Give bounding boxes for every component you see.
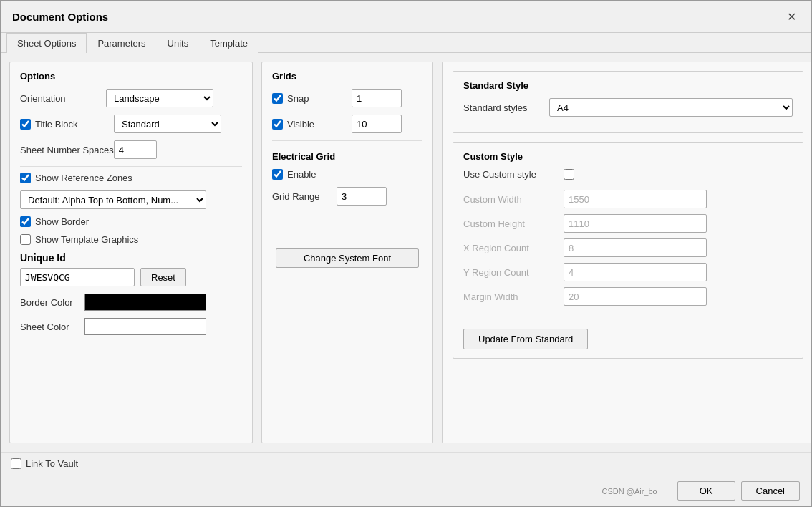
use-custom-label: Use Custom style [463, 169, 564, 180]
update-from-standard-button[interactable]: Update From Standard [463, 329, 588, 349]
sheet-number-input[interactable] [114, 140, 157, 159]
update-btn-container: Update From Standard [463, 317, 793, 349]
y-region-label: Y Region Count [463, 267, 564, 278]
show-ref-zones-label: Show Reference Zones [35, 173, 132, 183]
left-panel: Options Orientation Landscape Portrait T… [9, 62, 253, 443]
grids-section-label: Grids [272, 71, 422, 82]
dialog-title: Document Options [12, 11, 108, 23]
main-content: Options Orientation Landscape Portrait T… [1, 53, 811, 452]
tab-bar: Sheet Options Parameters Units Template [1, 33, 811, 53]
custom-style-label: Custom Style [463, 151, 793, 162]
reset-button[interactable]: Reset [140, 268, 186, 286]
snap-checkbox[interactable] [272, 93, 283, 104]
x-region-row: X Region Count [463, 238, 793, 257]
custom-width-input[interactable] [564, 190, 707, 208]
standard-styles-row: Standard styles A4 A3 A2 A1 A0 Letter Le… [463, 98, 793, 117]
right-panel: Standard Style Standard styles A4 A3 A2 … [442, 62, 811, 443]
sheet-color-swatch[interactable] [84, 318, 206, 335]
enable-label: Enable [287, 169, 316, 180]
orientation-select[interactable]: Landscape Portrait [106, 89, 213, 107]
show-border-checkbox[interactable] [20, 216, 31, 227]
show-template-checkbox[interactable] [20, 234, 31, 245]
x-region-label: X Region Count [463, 243, 564, 254]
grid-range-row: Grid Range [272, 187, 422, 206]
snap-label: Snap [287, 93, 352, 104]
electrical-grid-section: Electrical Grid Enable Grid Range [272, 151, 422, 206]
title-block-select[interactable]: Standard None [114, 115, 221, 133]
link-to-vault-checkbox[interactable] [11, 458, 21, 469]
border-color-row: Border Color [20, 294, 242, 311]
tab-units[interactable]: Units [157, 33, 200, 53]
snap-row: Snap [272, 89, 422, 107]
electrical-section-label: Electrical Grid [272, 151, 422, 162]
margin-width-row: Margin Width [463, 287, 793, 306]
title-block-row: Title Block Standard None [20, 115, 242, 133]
document-options-dialog: Document Options ✕ Sheet Options Paramet… [0, 0, 812, 507]
show-ref-zones-checkbox[interactable] [20, 173, 31, 183]
custom-width-row: Custom Width [463, 190, 793, 208]
title-block-checkbox[interactable] [20, 119, 31, 130]
sheet-color-label: Sheet Color [20, 322, 84, 332]
ok-button[interactable]: OK [677, 481, 735, 501]
border-color-swatch[interactable] [84, 294, 206, 311]
sheet-color-row: Sheet Color [20, 318, 242, 335]
orientation-label: Orientation [20, 93, 106, 104]
change-font-container: Change System Font [272, 248, 422, 268]
margin-width-input[interactable] [564, 287, 707, 306]
unique-id-row: Reset [20, 268, 242, 286]
show-template-label: Show Template Graphics [35, 234, 138, 245]
show-ref-zones-row: Show Reference Zones [20, 173, 242, 183]
custom-width-label: Custom Width [463, 194, 564, 205]
footer: CSDN @Air_bo OK Cancel [1, 475, 811, 506]
enable-row: Enable [272, 169, 422, 180]
close-button[interactable]: ✕ [783, 8, 800, 25]
link-to-vault-label: Link To Vault [26, 458, 78, 469]
title-bar: Document Options ✕ [1, 1, 811, 33]
unique-id-section: Unique Id Reset [20, 252, 242, 286]
visible-label: Visible [287, 119, 352, 130]
visible-checkbox[interactable] [272, 119, 283, 130]
tab-sheet-options[interactable]: Sheet Options [6, 33, 87, 53]
custom-height-label: Custom Height [463, 218, 564, 229]
tab-template[interactable]: Template [199, 33, 258, 53]
standard-styles-select[interactable]: A4 A3 A2 A1 A0 Letter Legal [549, 98, 793, 117]
orientation-row: Orientation Landscape Portrait [20, 89, 242, 107]
ref-zones-select[interactable]: Default: Alpha Top to Bottom, Num... [20, 190, 206, 209]
custom-height-row: Custom Height [463, 214, 793, 233]
custom-height-input[interactable] [564, 214, 707, 233]
use-custom-row: Use Custom style [463, 169, 793, 180]
link-to-vault-row: Link To Vault [1, 452, 811, 475]
enable-checkbox[interactable] [272, 169, 283, 180]
cancel-button[interactable]: Cancel [741, 481, 800, 501]
use-custom-checkbox[interactable] [564, 169, 574, 180]
unique-id-input[interactable] [20, 268, 135, 286]
custom-style-section: Custom Style Use Custom style Custom Wid… [453, 142, 803, 359]
margin-width-label: Margin Width [463, 291, 564, 302]
title-block-label: Title Block [35, 119, 114, 130]
unique-id-section-label: Unique Id [20, 252, 242, 264]
middle-panel: Grids Snap Visible Electrical Grid Enabl… [261, 62, 433, 443]
show-border-row: Show Border [20, 216, 242, 227]
standard-style-section: Standard Style Standard styles A4 A3 A2 … [453, 71, 803, 133]
visible-row: Visible [272, 115, 422, 133]
footer-note: CSDN @Air_bo [12, 487, 657, 496]
ref-zones-dropdown-row: Default: Alpha Top to Bottom, Num... [20, 190, 242, 209]
x-region-input[interactable] [564, 238, 707, 257]
y-region-row: Y Region Count [463, 263, 793, 281]
options-section-label: Options [20, 71, 242, 82]
sheet-number-label: Sheet Number Spaces [20, 145, 114, 155]
grid-range-label: Grid Range [272, 191, 337, 202]
border-color-label: Border Color [20, 297, 84, 308]
color-section: Border Color Sheet Color [20, 294, 242, 335]
snap-input[interactable] [352, 89, 402, 107]
grid-range-input[interactable] [337, 187, 387, 206]
standard-style-label: Standard Style [463, 80, 793, 91]
show-border-label: Show Border [35, 216, 89, 227]
standard-styles-label: Standard styles [463, 102, 549, 113]
tab-parameters[interactable]: Parameters [87, 33, 156, 53]
change-font-button[interactable]: Change System Font [276, 248, 419, 268]
visible-input[interactable] [352, 115, 402, 133]
show-template-row: Show Template Graphics [20, 234, 242, 245]
sheet-number-row: Sheet Number Spaces [20, 140, 242, 159]
y-region-input[interactable] [564, 263, 707, 281]
